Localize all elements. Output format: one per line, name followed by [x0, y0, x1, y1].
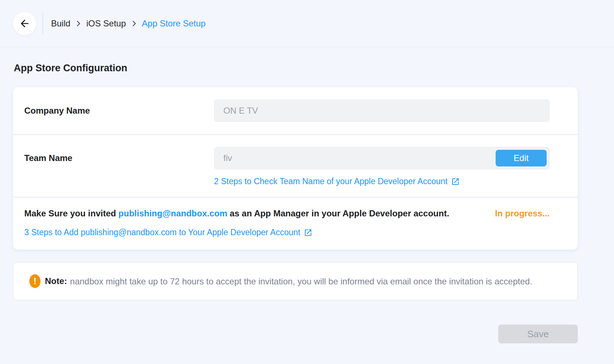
team-name-row: Team Name Edit 2 Steps to Check Team Nam…: [13, 134, 578, 197]
header-divider: [42, 13, 43, 34]
back-button[interactable]: [13, 12, 36, 35]
team-name-help-link[interactable]: 2 Steps to Check Team Name of your Apple…: [214, 177, 460, 186]
edit-team-name-button[interactable]: Edit: [496, 150, 547, 166]
page-title: App Store Configuration: [14, 63, 614, 74]
company-name-row: Company Name: [13, 87, 578, 134]
save-button[interactable]: Save: [498, 325, 578, 343]
actions-bar: Save: [13, 325, 578, 343]
team-name-label: Team Name: [24, 147, 214, 186]
invite-instruction-text: Make Sure you invited publishing@nandbox…: [24, 208, 449, 219]
invite-manager-row: Make Sure you invited publishing@nandbox…: [13, 197, 578, 250]
breadcrumb-item-build[interactable]: Build: [51, 18, 70, 29]
invite-help-link[interactable]: 3 Steps to Add publishing@nandbox.com to…: [24, 228, 312, 237]
chevron-right-icon: [74, 19, 83, 28]
invite-status-badge: In progress...: [495, 208, 550, 219]
note-card: ! Note: nandbox might take up to 72 hour…: [13, 262, 578, 300]
app-store-configuration-card: Company Name Team Name Edit 2 Steps to C…: [13, 87, 578, 250]
company-name-label: Company Name: [24, 106, 214, 116]
publishing-email-text: publishing@nandbox.com: [118, 208, 227, 218]
open-in-new-icon: [304, 228, 312, 237]
arrow-left-icon: [19, 18, 30, 29]
breadcrumb-item-ios-setup[interactable]: iOS Setup: [86, 18, 126, 29]
header-bar: Build iOS Setup App Store Setup: [0, 0, 614, 47]
chevron-right-icon: [130, 19, 138, 28]
note-label: Note:: [45, 276, 67, 286]
note-text: nandbox might take up to 72 hours to acc…: [70, 274, 532, 288]
alert-exclamation-icon: !: [29, 274, 41, 288]
team-name-help-link-text: 2 Steps to Check Team Name of your Apple…: [214, 177, 447, 186]
breadcrumb: Build iOS Setup App Store Setup: [51, 18, 206, 29]
breadcrumb-item-app-store-setup: App Store Setup: [142, 18, 206, 29]
company-name-input[interactable]: [214, 100, 550, 122]
invite-help-link-text: 3 Steps to Add publishing@nandbox.com to…: [24, 228, 300, 237]
open-in-new-icon: [451, 177, 460, 186]
